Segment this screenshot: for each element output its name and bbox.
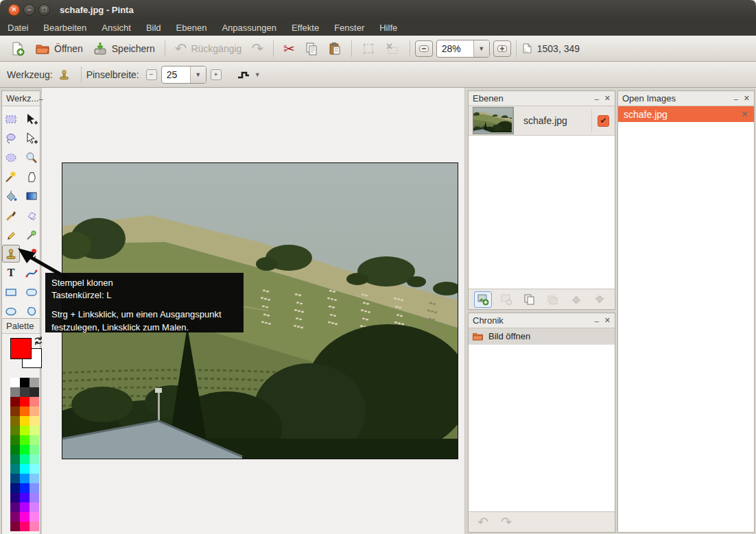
- palette-swatch[interactable]: [10, 464, 20, 474]
- deselect-button[interactable]: [380, 40, 405, 58]
- palette-swatch[interactable]: [29, 474, 39, 483]
- palette-swatch[interactable]: [20, 387, 29, 397]
- palette-swatch[interactable]: [29, 445, 39, 454]
- tool-rectangle[interactable]: [2, 283, 20, 301]
- layer-visibility-checkbox[interactable]: ✔: [598, 115, 609, 127]
- menu-ansicht[interactable]: Ansicht: [94, 19, 139, 36]
- window-close-button[interactable]: ✕: [8, 4, 20, 16]
- chevron-down-icon[interactable]: ▼: [190, 66, 206, 83]
- window-minimize-button[interactable]: –: [23, 4, 35, 16]
- palette-swatch[interactable]: [10, 445, 20, 454]
- close-image-icon[interactable]: ✕: [741, 109, 748, 119]
- palette-swatch[interactable]: [10, 483, 20, 493]
- palette-swatch[interactable]: [29, 426, 39, 435]
- delete-layer-button[interactable]: [497, 291, 515, 308]
- palette-swatch[interactable]: [29, 522, 39, 531]
- palette-swatch[interactable]: [10, 397, 20, 406]
- history-entry[interactable]: Bild öffnen: [469, 328, 615, 345]
- window-maximize-button[interactable]: □: [38, 4, 50, 16]
- palette-swatch[interactable]: [29, 378, 39, 387]
- palette-swatch[interactable]: [10, 426, 20, 435]
- menu-bearbeiten[interactable]: Bearbeiten: [36, 19, 94, 36]
- palette-swatch[interactable]: [20, 483, 29, 493]
- panel-minimize-icon[interactable]: –: [734, 95, 738, 103]
- palette-swatch[interactable]: [29, 397, 39, 406]
- tool-magic-wand[interactable]: [2, 168, 20, 186]
- menu-fenster[interactable]: Fenster: [327, 19, 372, 36]
- menu-anpassungen[interactable]: Anpassungen: [214, 19, 284, 36]
- tool-rounded-rectangle[interactable]: [23, 283, 40, 301]
- tool-pan[interactable]: [23, 168, 40, 186]
- panel-minimize-icon[interactable]: –: [38, 95, 43, 103]
- menu-hilfe[interactable]: Hilfe: [372, 19, 405, 36]
- panel-close-icon[interactable]: ✕: [604, 316, 611, 325]
- brush-width-spinner[interactable]: 25 ▼: [161, 66, 206, 84]
- palette-swatch[interactable]: [20, 454, 29, 464]
- palette-swatch[interactable]: [29, 454, 39, 464]
- tool-lasso-select[interactable]: [2, 130, 20, 147]
- menu-bild[interactable]: Bild: [139, 19, 169, 36]
- palette-swatch[interactable]: [10, 454, 20, 464]
- palette-swatch[interactable]: [29, 502, 39, 512]
- undo-button[interactable]: ↶ Rückgängig: [170, 38, 247, 59]
- palette-swatch[interactable]: [20, 502, 29, 512]
- chevron-down-icon[interactable]: ▼: [473, 40, 489, 57]
- palette-swatch[interactable]: [20, 406, 29, 416]
- palette-swatch[interactable]: [20, 464, 29, 474]
- palette-swatch[interactable]: [10, 378, 20, 387]
- tool-line-curve[interactable]: [23, 264, 40, 282]
- zoom-in-button[interactable]: [493, 40, 511, 57]
- zoom-level-combo[interactable]: 28% ▼: [436, 40, 490, 58]
- menu-effekte[interactable]: Effekte: [284, 19, 327, 36]
- swap-colors-icon[interactable]: [34, 336, 43, 345]
- palette-swatch[interactable]: [10, 493, 20, 502]
- history-redo-button[interactable]: ↷: [497, 514, 515, 531]
- blend-mode-dropdown[interactable]: ▼: [237, 69, 261, 81]
- palette-swatch[interactable]: [20, 493, 29, 502]
- tool-ellipse-select[interactable]: [2, 149, 20, 167]
- tool-rectangle-select[interactable]: [2, 110, 20, 128]
- panel-close-icon[interactable]: ✕: [604, 94, 611, 103]
- duplicate-layer-button[interactable]: [521, 291, 539, 308]
- crop-to-selection-button[interactable]: [357, 40, 380, 58]
- move-layer-up-button[interactable]: [567, 291, 585, 308]
- redo-button[interactable]: ↷: [246, 38, 268, 59]
- palette-swatch[interactable]: [10, 406, 20, 416]
- palette-swatch[interactable]: [10, 522, 20, 531]
- tool-move-selection[interactable]: [23, 110, 40, 128]
- palette-swatch[interactable]: [10, 416, 20, 426]
- paste-button[interactable]: [323, 40, 346, 58]
- brush-width-decrease-button[interactable]: −: [146, 69, 157, 80]
- palette-swatch[interactable]: [20, 416, 29, 426]
- palette-swatch[interactable]: [29, 483, 39, 493]
- open-button[interactable]: Öffnen: [30, 39, 88, 58]
- panel-minimize-icon[interactable]: –: [595, 95, 599, 103]
- cut-button[interactable]: ✂: [279, 38, 300, 59]
- palette-swatch[interactable]: [29, 416, 39, 426]
- palette-swatch[interactable]: [10, 474, 20, 483]
- brush-width-increase-button[interactable]: +: [211, 69, 222, 80]
- tool-zoom[interactable]: [23, 149, 40, 167]
- palette-swatch[interactable]: [29, 512, 39, 522]
- tool-eraser[interactable]: [23, 206, 40, 224]
- menu-datei[interactable]: Datei: [0, 19, 36, 36]
- save-button[interactable]: Speichern: [88, 39, 160, 58]
- palette-swatch[interactable]: [29, 435, 39, 445]
- palette-swatch[interactable]: [20, 426, 29, 435]
- tool-text[interactable]: T: [2, 264, 20, 282]
- move-layer-down-button[interactable]: [591, 291, 609, 308]
- tool-gradient[interactable]: [23, 187, 40, 205]
- layer-row[interactable]: schafe.jpg ✔: [469, 106, 615, 136]
- copy-button[interactable]: [300, 40, 323, 58]
- new-image-button[interactable]: [5, 39, 30, 58]
- palette-swatch[interactable]: [20, 512, 29, 522]
- panel-close-icon[interactable]: ✕: [744, 94, 750, 103]
- tool-color-picker[interactable]: [23, 226, 40, 243]
- tool-recolor[interactable]: [23, 245, 40, 263]
- palette-swatch[interactable]: [10, 387, 20, 397]
- menu-ebenen[interactable]: Ebenen: [169, 19, 215, 36]
- palette-swatch[interactable]: [29, 387, 39, 397]
- palette-swatch[interactable]: [20, 397, 29, 406]
- palette-swatch[interactable]: [20, 474, 29, 483]
- tool-move[interactable]: [23, 130, 40, 147]
